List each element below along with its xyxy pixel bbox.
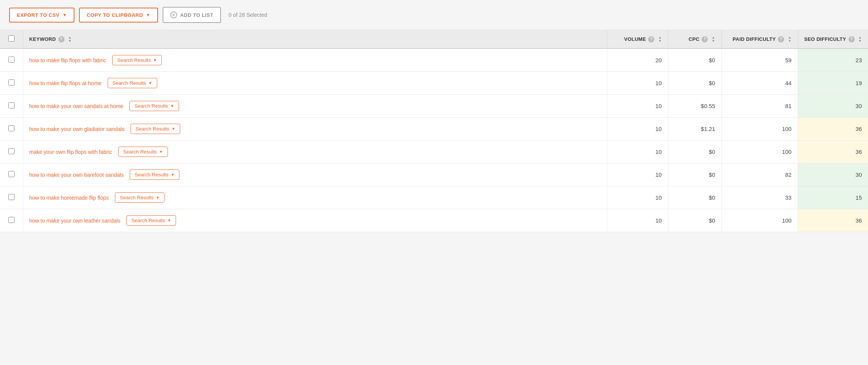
seo-col-label: SEO DIFFICULTY bbox=[804, 36, 846, 42]
keyword-link[interactable]: how to make flip flops with fabric bbox=[29, 57, 106, 63]
volume-help-icon[interactable]: ? bbox=[648, 36, 654, 42]
keyword-cell: how to make flip flops at homeSearch Res… bbox=[23, 72, 607, 95]
table-header: KEYWORD ? ▲▼ VOLUME ? ▲▼ CPC ? bbox=[0, 30, 868, 48]
volume-sort-icon[interactable]: ▲▼ bbox=[658, 36, 661, 43]
cpc-cell: $0 bbox=[668, 72, 721, 95]
keyword-link[interactable]: how to make your own gladiator sandals bbox=[29, 126, 125, 132]
keyword-cell: how to make your own gladiator sandalsSe… bbox=[23, 118, 607, 141]
keyword-sort-icon[interactable]: ▲▼ bbox=[68, 36, 72, 43]
table-body: how to make flip flops with fabricSearch… bbox=[0, 48, 868, 232]
copy-clipboard-button[interactable]: COPY TO CLIPBOARD ▼ bbox=[79, 8, 158, 23]
table-row: how to make flip flops with fabricSearch… bbox=[0, 48, 868, 72]
row-checkbox-cell bbox=[0, 163, 23, 186]
export-csv-label: EXPORT TO CSV bbox=[17, 12, 60, 18]
row-checkbox[interactable] bbox=[8, 148, 15, 154]
row-checkbox-cell bbox=[0, 186, 23, 209]
keyword-link[interactable]: how to make flip flops at home bbox=[29, 80, 102, 86]
paid-difficulty-cell: 33 bbox=[721, 186, 798, 209]
search-results-button[interactable]: Search Results ▼ bbox=[112, 55, 162, 65]
volume-cell: 10 bbox=[607, 209, 668, 232]
copy-clipboard-label: COPY TO CLIPBOARD bbox=[87, 12, 143, 18]
table-row: how to make your own sandals at homeSear… bbox=[0, 95, 868, 118]
keyword-table: KEYWORD ? ▲▼ VOLUME ? ▲▼ CPC ? bbox=[0, 30, 868, 232]
keyword-link[interactable]: how to make homemade flip flops bbox=[29, 195, 109, 201]
keyword-col-label: KEYWORD bbox=[29, 36, 56, 42]
keyword-cell: how to make your own barefoot sandalsSea… bbox=[23, 163, 607, 186]
paid-help-icon[interactable]: ? bbox=[778, 36, 784, 42]
search-results-button[interactable]: Search Results ▼ bbox=[118, 147, 168, 157]
row-checkbox-cell bbox=[0, 95, 23, 118]
row-checkbox[interactable] bbox=[8, 125, 15, 131]
volume-cell: 10 bbox=[607, 141, 668, 163]
paid-difficulty-cell: 100 bbox=[721, 118, 798, 141]
search-results-button[interactable]: Search Results ▼ bbox=[131, 124, 180, 134]
table-row: how to make your own gladiator sandalsSe… bbox=[0, 118, 868, 141]
table-row: how to make your own barefoot sandalsSea… bbox=[0, 163, 868, 186]
row-checkbox[interactable] bbox=[8, 57, 15, 63]
row-checkbox[interactable] bbox=[8, 102, 15, 108]
paid-col-label: PAID DIFFICULTY bbox=[732, 36, 776, 42]
seo-difficulty-cell: 30 bbox=[798, 163, 868, 186]
header-seo-difficulty: SEO DIFFICULTY ? ▲▼ bbox=[798, 30, 868, 48]
paid-difficulty-cell: 82 bbox=[721, 163, 798, 186]
seo-difficulty-cell: 30 bbox=[798, 95, 868, 118]
row-checkbox-cell bbox=[0, 72, 23, 95]
table-row: how to make homemade flip flopsSearch Re… bbox=[0, 186, 868, 209]
volume-cell: 10 bbox=[607, 163, 668, 186]
paid-difficulty-cell: 44 bbox=[721, 72, 798, 95]
table-row: make your own flip flops with fabricSear… bbox=[0, 141, 868, 163]
row-checkbox[interactable] bbox=[8, 194, 15, 200]
search-results-button[interactable]: Search Results ▼ bbox=[126, 215, 176, 226]
cpc-cell: $0 bbox=[668, 186, 721, 209]
toolbar: EXPORT TO CSV ▼ COPY TO CLIPBOARD ▼ + AD… bbox=[0, 0, 868, 30]
search-results-button[interactable]: Search Results ▼ bbox=[130, 170, 179, 180]
keyword-link[interactable]: how to make your own barefoot sandals bbox=[29, 172, 124, 178]
seo-help-icon[interactable]: ? bbox=[849, 36, 855, 42]
keyword-cell: how to make homemade flip flopsSearch Re… bbox=[23, 186, 607, 209]
seo-difficulty-cell: 15 bbox=[798, 186, 868, 209]
volume-cell: 20 bbox=[607, 48, 668, 72]
volume-cell: 10 bbox=[607, 95, 668, 118]
row-checkbox[interactable] bbox=[8, 171, 15, 177]
search-results-button[interactable]: Search Results ▼ bbox=[108, 78, 157, 88]
row-checkbox[interactable] bbox=[8, 79, 15, 86]
header-keyword: KEYWORD ? ▲▼ bbox=[23, 30, 607, 48]
keyword-link[interactable]: how to make your own sandals at home bbox=[29, 103, 124, 109]
keyword-link[interactable]: make your own flip flops with fabric bbox=[29, 149, 112, 155]
selected-count: 0 of 28 Selected bbox=[229, 12, 267, 18]
keyword-link[interactable]: how to make your own leather sandals bbox=[29, 218, 121, 224]
cpc-cell: $0 bbox=[668, 141, 721, 163]
select-all-checkbox[interactable] bbox=[8, 36, 15, 42]
keyword-table-wrapper: KEYWORD ? ▲▼ VOLUME ? ▲▼ CPC ? bbox=[0, 30, 868, 232]
seo-difficulty-cell: 23 bbox=[798, 48, 868, 72]
row-checkbox-cell bbox=[0, 48, 23, 72]
plus-circle-icon: + bbox=[170, 11, 177, 18]
seo-difficulty-cell: 36 bbox=[798, 209, 868, 232]
cpc-cell: $0 bbox=[668, 48, 721, 72]
row-checkbox-cell bbox=[0, 141, 23, 163]
header-cpc: CPC ? ▲▼ bbox=[668, 30, 721, 48]
row-checkbox-cell bbox=[0, 209, 23, 232]
cpc-cell: $1.21 bbox=[668, 118, 721, 141]
cpc-cell: $0 bbox=[668, 163, 721, 186]
paid-sort-icon[interactable]: ▲▼ bbox=[788, 36, 791, 43]
cpc-help-icon[interactable]: ? bbox=[702, 36, 708, 42]
add-list-label: ADD TO LIST bbox=[180, 12, 213, 18]
add-to-list-button[interactable]: + ADD TO LIST bbox=[163, 7, 221, 23]
volume-cell: 10 bbox=[607, 118, 668, 141]
row-checkbox[interactable] bbox=[8, 217, 15, 223]
seo-sort-icon[interactable]: ▲▼ bbox=[858, 36, 862, 43]
keyword-help-icon[interactable]: ? bbox=[58, 36, 65, 42]
seo-difficulty-cell: 19 bbox=[798, 72, 868, 95]
cpc-sort-icon[interactable]: ▲▼ bbox=[712, 36, 715, 43]
search-results-button[interactable]: Search Results ▼ bbox=[115, 192, 165, 203]
export-csv-button[interactable]: EXPORT TO CSV ▼ bbox=[9, 8, 74, 23]
keyword-cell: how to make your own sandals at homeSear… bbox=[23, 95, 607, 118]
keyword-cell: make your own flip flops with fabricSear… bbox=[23, 141, 607, 163]
header-volume: VOLUME ? ▲▼ bbox=[607, 30, 668, 48]
header-checkbox-col bbox=[0, 30, 23, 48]
table-row: how to make your own leather sandalsSear… bbox=[0, 209, 868, 232]
search-results-button[interactable]: Search Results ▼ bbox=[129, 101, 179, 111]
seo-difficulty-cell: 36 bbox=[798, 118, 868, 141]
table-row: how to make flip flops at homeSearch Res… bbox=[0, 72, 868, 95]
